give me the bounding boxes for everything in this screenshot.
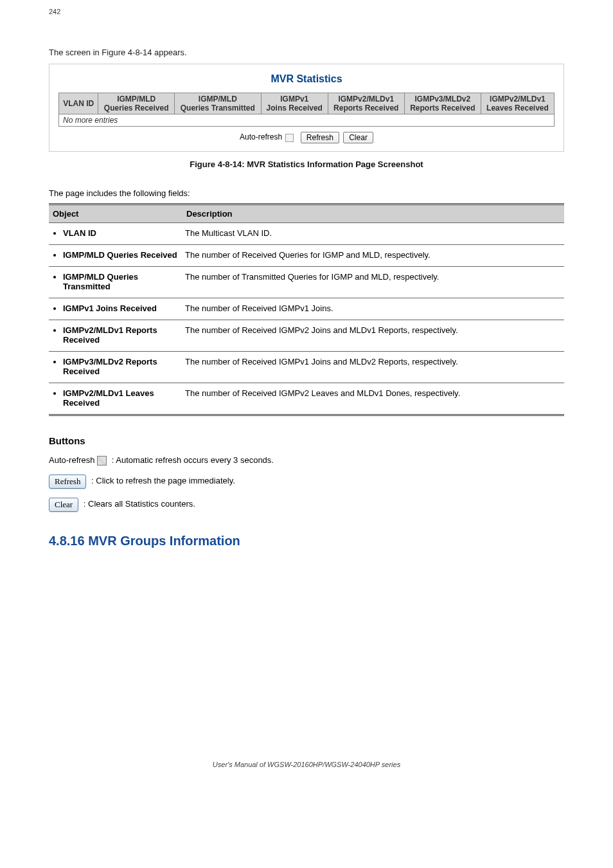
description-table: Object Description VLAN ID The Multicast… <box>49 203 564 416</box>
table-row: IGMPv2/MLDv1 Leaves Received The number … <box>49 383 564 415</box>
obj-desc: The number of Transmitted Queries for IG… <box>182 267 564 298</box>
footer-text: User's Manual of WGSW-20160HP/WGSW-24040… <box>49 761 564 768</box>
figure-box: MVR Statistics VLAN ID IGMP/MLD Queries … <box>49 64 564 152</box>
table-row: IGMP/MLD Queries Received The number of … <box>49 245 564 267</box>
table-row: IGMPv2/MLDv1 Reports Received The number… <box>49 320 564 352</box>
th-text: Joins Received <box>267 104 323 113</box>
table-row: IGMPv3/MLDv2 Reports Received The number… <box>49 352 564 383</box>
th-text: IGMPv3/MLDv2 <box>415 95 471 104</box>
th-text: VLAN ID <box>63 99 94 108</box>
th-text: IGMP/MLD <box>117 95 155 104</box>
obj-label: IGMP/MLD Queries Transmitted <box>63 272 180 291</box>
auto-refresh-checkbox[interactable] <box>285 134 294 142</box>
no-more-entries: No more entries <box>59 114 555 127</box>
desc-head-description: Description <box>182 204 564 223</box>
obj-label: VLAN ID <box>63 228 180 238</box>
mvr-statistics-table: VLAN ID IGMP/MLD Queries Received IGMP/M… <box>58 93 555 127</box>
th-text: Queries Transmitted <box>181 104 255 113</box>
auto-refresh-text: : Automatic refresh occurs every 3 secon… <box>112 455 274 465</box>
checkbox-icon <box>97 456 107 466</box>
auto-refresh-row: Auto-refresh Refresh Clear <box>58 132 555 143</box>
obj-label: IGMPv1 Joins Received <box>63 303 180 313</box>
th-text: IGMPv1 <box>280 95 308 104</box>
th-text: Reports Received <box>333 104 398 113</box>
th-text: IGMP/MLD <box>199 95 237 104</box>
fields-intro: The page includes the following fields: <box>49 188 564 198</box>
page-number: 242 <box>49 8 564 15</box>
th-text: Queries Received <box>104 104 169 113</box>
clear-button[interactable]: Clear <box>343 132 373 143</box>
intro-text: The screen in Figure 4-8-14 appears. <box>49 48 564 57</box>
th-text: IGMPv2/MLDv1 <box>490 95 546 104</box>
table-row: VLAN ID The Multicast VLAN ID. <box>49 223 564 245</box>
th-text: IGMPv2/MLDv1 <box>338 95 394 104</box>
figure-title: MVR Statistics <box>58 73 555 85</box>
obj-label: IGMP/MLD Queries Received <box>63 250 180 260</box>
th-v3v2-reports: IGMPv3/MLDv2 Reports Received <box>404 93 481 114</box>
th-vlan-id: VLAN ID <box>59 93 98 114</box>
refresh-button-image: Refresh <box>49 475 86 489</box>
auto-refresh-prefix: Auto-refresh <box>49 455 95 465</box>
obj-desc: The number of Received IGMPv1 Joins. <box>182 298 564 320</box>
table-row: IGMPv1 Joins Received The number of Rece… <box>49 298 564 320</box>
refresh-button[interactable]: Refresh <box>301 132 339 143</box>
clear-button-image: Clear <box>49 498 78 512</box>
figure-caption: Figure 4-8-14: MVR Statistics Informatio… <box>49 159 564 169</box>
obj-desc: The Multicast VLAN ID. <box>182 223 564 245</box>
th-text: Leaves Received <box>486 104 549 113</box>
refresh-line: Refresh : Click to refresh the page imme… <box>49 475 564 489</box>
refresh-text: : Click to refresh the page immediately. <box>91 476 235 486</box>
obj-desc: The number of Received IGMPv1 Joins and … <box>182 352 564 383</box>
th-v2v1-reports: IGMPv2/MLDv1 Reports Received <box>328 93 404 114</box>
th-v2v1-leaves: IGMPv2/MLDv1 Leaves Received <box>481 93 554 114</box>
th-queries-transmitted: IGMP/MLD Queries Transmitted <box>174 93 261 114</box>
obj-label: IGMPv2/MLDv1 Reports Received <box>63 325 180 345</box>
auto-refresh-label: Auto-refresh <box>240 132 282 141</box>
obj-label: IGMPv2/MLDv1 Leaves Received <box>63 388 180 408</box>
buttons-block: Buttons Auto-refresh : Automatic refresh… <box>49 435 564 512</box>
th-queries-received: IGMP/MLD Queries Received <box>98 93 174 114</box>
obj-label: IGMPv3/MLDv2 Reports Received <box>63 357 180 376</box>
clear-line: Clear : Clears all Statistics counters. <box>49 498 564 512</box>
obj-desc: The number of Received IGMPv2 Leaves and… <box>182 383 564 415</box>
obj-desc: The number of Received Queries for IGMP … <box>182 245 564 267</box>
desc-head-object: Object <box>49 204 182 223</box>
obj-desc: The number of Received IGMPv2 Joins and … <box>182 320 564 352</box>
th-text: Reports Received <box>410 104 475 113</box>
table-row: IGMP/MLD Queries Transmitted The number … <box>49 267 564 298</box>
th-igmpv1-joins: IGMPv1 Joins Received <box>261 93 328 114</box>
buttons-heading: Buttons <box>49 435 564 446</box>
section-heading: 4.8.16 MVR Groups Information <box>49 534 564 548</box>
auto-refresh-line: Auto-refresh : Automatic refresh occurs … <box>49 455 564 466</box>
clear-text: : Clears all Statistics counters. <box>84 500 195 509</box>
